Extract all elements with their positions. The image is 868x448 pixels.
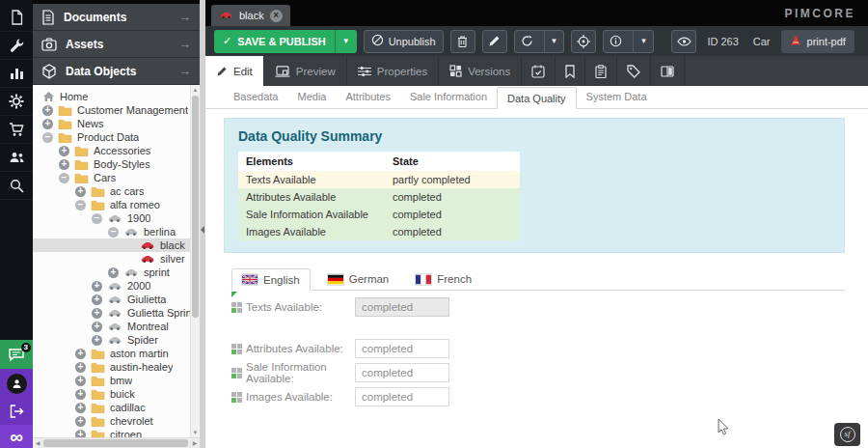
- expand-icon[interactable]: [75, 389, 86, 400]
- tree-item[interactable]: Gulietta Sprint Specia: [33, 306, 200, 320]
- tree-item[interactable]: alfa romeo: [33, 198, 200, 211]
- expand-icon[interactable]: [42, 105, 53, 116]
- object-tab-black[interactable]: black ×: [211, 5, 290, 26]
- accordion-documents[interactable]: Documents →: [33, 4, 200, 31]
- tab-bookmark[interactable]: [556, 56, 585, 86]
- accordion-data-objects[interactable]: Data Objects →: [33, 58, 200, 85]
- attributes-available-input[interactable]: [355, 339, 449, 358]
- scroll-up-icon[interactable]: ▲: [191, 85, 200, 95]
- expand-icon[interactable]: [75, 362, 86, 373]
- tree-item[interactable]: News: [33, 117, 200, 130]
- tree-item[interactable]: berlina: [33, 225, 200, 238]
- expand-icon[interactable]: [92, 322, 102, 332]
- tree-vertical-scrollbar[interactable]: ▲ ▼: [190, 85, 200, 437]
- tree-horizontal-scrollbar[interactable]: ◀ ▶: [33, 437, 200, 448]
- save-publish-button[interactable]: ✓SAVE & PUBLISH ▼: [214, 30, 357, 53]
- lang-tab-english[interactable]: English: [231, 268, 311, 291]
- expand-icon[interactable]: [108, 267, 119, 278]
- tab-edit[interactable]: Edit: [205, 56, 264, 86]
- expand-icon[interactable]: [92, 281, 102, 292]
- scroll-right-icon[interactable]: ▶: [190, 438, 200, 448]
- reload-icon[interactable]: [515, 31, 539, 52]
- tree-item[interactable]: bmw: [33, 374, 200, 387]
- expand-icon[interactable]: [92, 308, 102, 319]
- sale-information-available-input[interactable]: [355, 363, 449, 382]
- tree-item[interactable]: Body-Styles: [33, 157, 200, 171]
- tree-item[interactable]: aston martin: [33, 347, 200, 360]
- reload-options-caret[interactable]: ▼: [544, 31, 564, 52]
- subtab-data-quality[interactable]: Data Quality: [497, 87, 577, 109]
- expand-icon[interactable]: [75, 416, 86, 427]
- info-icon[interactable]: [604, 31, 628, 52]
- tree-item[interactable]: austin-healey: [33, 360, 200, 374]
- user-icon[interactable]: [0, 369, 33, 398]
- tree-item[interactable]: Customer Management: [33, 103, 200, 117]
- settings-icon[interactable]: [0, 88, 33, 116]
- tree-item[interactable]: Product Data: [33, 130, 200, 144]
- tree-item[interactable]: buick: [33, 387, 200, 401]
- save-options-caret[interactable]: ▼: [335, 30, 357, 53]
- collapse-icon[interactable]: [75, 200, 86, 210]
- tree-item[interactable]: Montreal: [33, 320, 200, 333]
- search-icon[interactable]: [0, 172, 33, 200]
- profiler-toggle[interactable]: sf: [834, 423, 860, 446]
- scrollbar-thumb[interactable]: [43, 439, 188, 447]
- subtab-sale-information[interactable]: Sale Information: [400, 86, 497, 108]
- tree-item[interactable]: Spider: [33, 333, 200, 347]
- info-button[interactable]: ▼: [603, 30, 654, 53]
- scrollbar-thumb[interactable]: [192, 96, 199, 318]
- delete-button[interactable]: [450, 30, 475, 53]
- tab-versions[interactable]: Versions: [439, 56, 522, 86]
- rename-button[interactable]: [482, 30, 507, 53]
- expand-icon[interactable]: [92, 294, 102, 305]
- tree-item[interactable]: sprint: [33, 266, 200, 279]
- tree-item[interactable]: cadillac: [33, 401, 200, 414]
- tree-item[interactable]: silver: [33, 252, 200, 266]
- texts-available-input[interactable]: [355, 297, 449, 317]
- chat-icon[interactable]: 3: [0, 340, 33, 369]
- tree-item[interactable]: Cars: [33, 171, 200, 184]
- reload-button[interactable]: ▼: [514, 30, 565, 53]
- collapse-icon[interactable]: [59, 173, 69, 183]
- lang-tab-german[interactable]: German: [318, 268, 399, 290]
- expand-icon[interactable]: [59, 146, 69, 156]
- users-icon[interactable]: [0, 144, 33, 172]
- collapse-icon[interactable]: [108, 227, 119, 238]
- expand-icon[interactable]: [75, 186, 86, 197]
- images-available-input[interactable]: [355, 387, 449, 406]
- tab-notes[interactable]: [585, 56, 617, 86]
- locate-in-tree-button[interactable]: [571, 30, 596, 53]
- tree-item[interactable]: ac cars: [33, 184, 200, 198]
- close-icon[interactable]: ×: [270, 10, 283, 22]
- expand-icon[interactable]: [75, 349, 86, 359]
- stats-icon[interactable]: [0, 60, 33, 88]
- tree-item[interactable]: 1900: [33, 211, 200, 225]
- tree-item[interactable]: 2000: [33, 279, 200, 293]
- tab-preview[interactable]: Preview: [264, 56, 347, 86]
- tree-item-home[interactable]: Home: [33, 90, 200, 103]
- file-icon[interactable]: [0, 4, 33, 32]
- info-options-caret[interactable]: ▼: [633, 31, 653, 52]
- expand-icon[interactable]: [42, 119, 53, 129]
- scroll-down-icon[interactable]: ▼: [191, 428, 200, 437]
- tab-tags[interactable]: [617, 56, 651, 86]
- expand-icon[interactable]: [75, 430, 86, 438]
- logout-icon[interactable]: [0, 398, 33, 425]
- tree-item[interactable]: chevrolet: [33, 414, 200, 428]
- expand-icon[interactable]: [75, 376, 86, 386]
- tree-item[interactable]: Accessories: [33, 144, 200, 157]
- tree-item-black[interactable]: black: [33, 238, 200, 252]
- tab-schedule[interactable]: [522, 56, 556, 86]
- lang-tab-french[interactable]: French: [406, 268, 481, 290]
- collapse-icon[interactable]: [42, 132, 53, 143]
- print-pdf-button[interactable]: print-pdf: [781, 30, 854, 53]
- pimcore-logo-icon[interactable]: ∞: [0, 425, 33, 448]
- open-preview-button[interactable]: [671, 30, 696, 53]
- subtab-attributes[interactable]: Attributes: [336, 86, 399, 108]
- tab-layout[interactable]: [651, 56, 685, 86]
- subtab-basedata[interactable]: Basedata: [224, 86, 287, 108]
- scroll-left-icon[interactable]: ◀: [33, 438, 42, 448]
- accordion-assets[interactable]: Assets →: [33, 31, 200, 58]
- unpublish-button[interactable]: Unpublish: [364, 30, 444, 53]
- tree-item[interactable]: citroen: [33, 428, 200, 437]
